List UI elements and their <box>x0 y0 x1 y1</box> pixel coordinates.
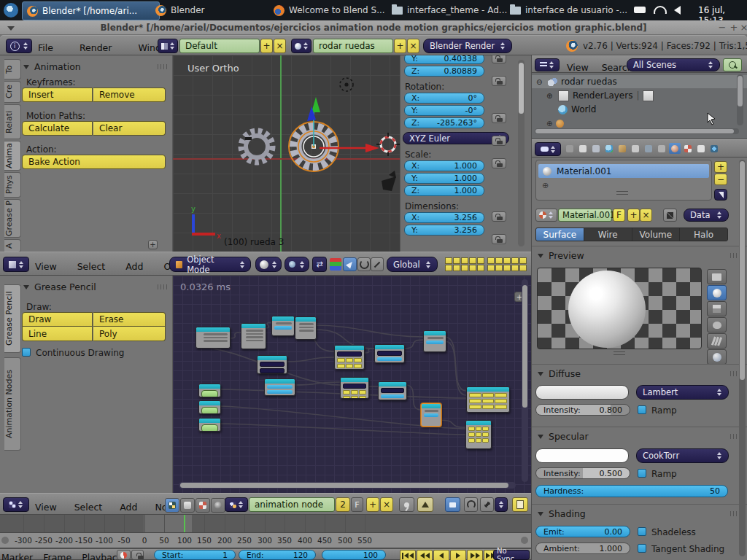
graph-node[interactable] <box>378 381 407 400</box>
properties-tab-renderlayers-icon[interactable] <box>577 143 589 154</box>
transform-field[interactable]: Z:-285.263° <box>404 117 484 128</box>
compositing-nodes-icon[interactable] <box>180 498 195 513</box>
add-scene-button[interactable]: + <box>394 39 406 53</box>
menu-add[interactable]: Add <box>125 261 143 272</box>
display-filter-select[interactable]: All Scenes <box>627 58 720 71</box>
list-grip[interactable] <box>616 191 628 195</box>
layer-button[interactable] <box>511 257 519 264</box>
delete-layout-button[interactable]: × <box>274 39 286 53</box>
preview-type-cube-preview-icon[interactable] <box>707 301 727 316</box>
data-source-select[interactable]: Data <box>684 209 729 222</box>
layer-button[interactable] <box>453 257 460 264</box>
outliner-row[interactable]: ⊖rodar ruedas <box>532 75 747 88</box>
lamp-nodes-icon[interactable] <box>211 498 225 513</box>
layer-button[interactable] <box>469 265 476 271</box>
graph-node[interactable] <box>198 400 221 414</box>
pivot-select[interactable] <box>285 257 309 272</box>
add-slot-icon[interactable]: ⊕ <box>542 181 549 190</box>
transform-field[interactable]: Z:1.000 <box>404 185 484 196</box>
shading-select[interactable] <box>255 257 282 272</box>
close-button[interactable]: × <box>739 23 747 33</box>
layer-button[interactable] <box>503 257 511 264</box>
play-button[interactable] <box>450 550 466 560</box>
fake-user-button-node[interactable]: F <box>351 497 363 512</box>
transform-field[interactable]: Y:1.000 <box>404 173 484 184</box>
panel-grip[interactable] <box>158 64 168 69</box>
search-button[interactable] <box>723 58 742 71</box>
transform-field[interactable]: X:1.000 <box>404 160 484 171</box>
panel-title-preview[interactable]: Preview <box>538 250 584 261</box>
layer-button[interactable] <box>511 265 519 271</box>
node-tree-name-field[interactable]: animation node <box>249 497 335 512</box>
users-count-button[interactable]: 2 <box>336 497 350 512</box>
snap-mode-select[interactable] <box>495 497 508 512</box>
graph-node[interactable] <box>334 345 365 370</box>
texture-nodes-icon[interactable] <box>196 498 210 513</box>
pin-button[interactable] <box>399 497 414 512</box>
preview-type-flat-preview-icon[interactable] <box>707 269 727 284</box>
gp-poly-button[interactable]: Poly <box>93 327 166 341</box>
tool-shelf-tab-animation-nodes[interactable]: Animation Nodes <box>4 357 21 451</box>
node-tree-browse-button[interactable] <box>225 497 248 512</box>
outliner-hscrollbar[interactable] <box>535 128 739 134</box>
end-frame-field[interactable]: End: 120 <box>239 550 316 560</box>
lock-toggle[interactable] <box>492 113 506 123</box>
insert-keyframe-button[interactable]: Insert <box>22 88 93 102</box>
gp-draw-button[interactable]: Draw <box>22 312 93 327</box>
hardness-slider[interactable]: Hardness: 50 <box>535 485 728 497</box>
lock-toggle[interactable] <box>492 211 506 222</box>
prev-keyframe-button[interactable] <box>417 550 433 560</box>
editor-type-button[interactable]: i <box>6 39 32 53</box>
add-layout-button[interactable]: + <box>260 39 273 53</box>
layer-button[interactable] <box>495 265 503 271</box>
graph-node[interactable] <box>271 316 295 336</box>
material-name-field[interactable]: Material.001 <box>558 209 612 222</box>
unlink-material-button[interactable]: × <box>640 209 652 222</box>
ruler-cap-left[interactable] <box>1 537 9 544</box>
diffuse-shader-select[interactable]: Lambert <box>636 385 729 400</box>
specular-shader-select[interactable]: CookTorr <box>636 448 729 463</box>
clear-paths-button[interactable]: Clear <box>93 121 166 136</box>
properties-tab-world-icon[interactable] <box>603 143 615 154</box>
unlink-tree-button[interactable]: × <box>380 497 393 512</box>
wifi-icon[interactable] <box>654 6 667 14</box>
render-engine-select[interactable]: Blender Render <box>423 39 512 53</box>
panel-title-shading[interactable]: Shading <box>538 508 586 519</box>
lock-toggle[interactable] <box>492 55 506 63</box>
graph-node[interactable] <box>423 330 446 352</box>
add-material-button[interactable]: + <box>627 209 640 222</box>
transform-field[interactable]: Y:3.256 <box>404 225 484 236</box>
node-hscrollbar[interactable] <box>179 482 516 489</box>
graph-node[interactable] <box>198 384 221 397</box>
material-type-tab-wire[interactable]: Wire <box>584 228 632 241</box>
properties-scrollbar[interactable] <box>739 160 746 556</box>
tool-shelf-tab-cre[interactable]: Cre <box>4 81 21 103</box>
menu-add[interactable]: Add <box>120 502 137 513</box>
current-frame-line[interactable] <box>184 515 185 532</box>
layer-button[interactable] <box>519 265 527 271</box>
diffuse-ramp-checkbox[interactable] <box>638 405 646 414</box>
renderlayers-icon[interactable] <box>643 90 654 101</box>
diffuse-intensity-slider[interactable]: Intensity: 0.800 <box>535 404 630 416</box>
translate-manipulator-button[interactable] <box>343 257 357 271</box>
specular-intensity-slider[interactable]: Intensity: 0.500 <box>535 467 630 479</box>
transform-field[interactable]: X:0° <box>404 93 484 104</box>
lock-toggle[interactable] <box>492 234 506 244</box>
layer-button[interactable] <box>477 265 484 271</box>
graph-node[interactable] <box>466 386 510 413</box>
screen-layout-field[interactable]: Default <box>179 39 260 53</box>
properties-tab-constraints-icon[interactable] <box>630 143 641 154</box>
scene-icon-button[interactable] <box>291 39 311 53</box>
orientation-select[interactable]: Global <box>387 257 438 272</box>
start-frame-field[interactable]: Start: 1 <box>154 550 236 560</box>
clipboard-button[interactable] <box>512 497 528 512</box>
next-keyframe-button[interactable] <box>467 550 483 560</box>
menu-view[interactable]: View <box>35 261 57 272</box>
mode-select[interactable]: Object Mode <box>169 257 251 272</box>
menu-marker[interactable]: Marker <box>1 552 33 560</box>
properties-tab-modifiers-icon[interactable] <box>643 143 654 154</box>
shader-nodes-icon[interactable] <box>165 498 179 513</box>
slot-specials-button[interactable] <box>714 189 727 201</box>
tool-shelf-tab-relati[interactable]: Relati <box>4 104 21 139</box>
material-type-tab-surface[interactable]: Surface <box>536 228 584 241</box>
